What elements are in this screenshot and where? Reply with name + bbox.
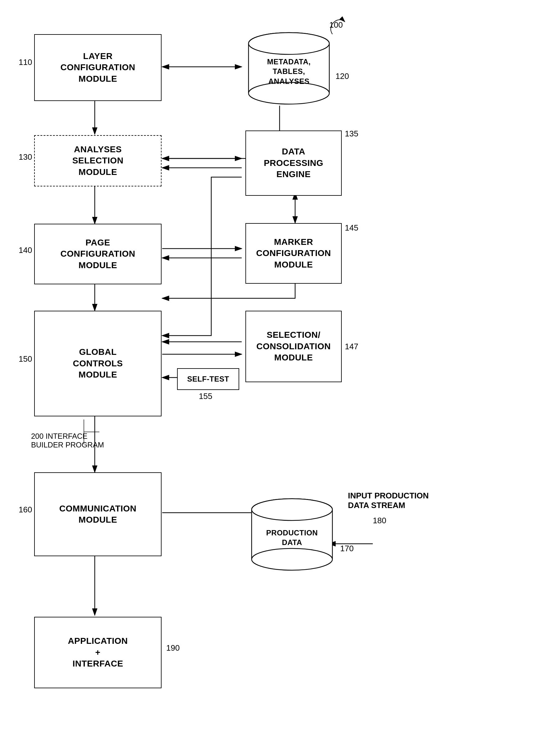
page-config-box: PAGECONFIGURATIONMODULE [34, 224, 162, 284]
svg-point-29 [252, 548, 332, 570]
ref-150: 150 [19, 354, 32, 364]
selection-consolidation-label: SELECTION/CONSOLIDATIONMODULE [256, 329, 330, 363]
data-processing-label: DATAPROCESSINGENGINE [264, 146, 323, 180]
marker-config-label: MARKERCONFIGURATIONMODULE [256, 236, 331, 270]
data-processing-box: DATAPROCESSINGENGINE [245, 130, 342, 196]
interface-builder-bracket [81, 416, 112, 447]
communication-box: COMMUNICATIONMODULE [34, 472, 162, 556]
analyses-selection-label: ANALYSESSELECTIONMODULE [72, 144, 124, 178]
global-controls-box: GLOBALCONTROLSMODULE [34, 311, 162, 416]
ref-145: 145 [345, 223, 358, 233]
analyses-selection-box: ANALYSESSELECTIONMODULE [34, 135, 162, 186]
diagram-container: 100 METADATA,TABLES,ANALYSES 120 LAYERCO… [0, 0, 557, 756]
ref-135: 135 [345, 129, 358, 139]
marker-config-box: MARKERCONFIGURATIONMODULE [245, 223, 342, 284]
ref-147: 147 [345, 342, 358, 351]
ref-155: 155 [199, 391, 212, 401]
metadata-label: METADATA,TABLES,ANALYSES [267, 57, 311, 86]
layer-config-box: LAYERCONFIGURATIONMODULE [34, 34, 162, 101]
page-config-label: PAGECONFIGURATIONMODULE [61, 237, 136, 271]
application-label: APPLICATION+INTERFACE [68, 635, 128, 669]
ref-140: 140 [19, 245, 32, 255]
ref-110: 110 [19, 57, 32, 67]
global-controls-label: GLOBALCONTROLSMODULE [73, 346, 123, 380]
self-test-label: SELF-TEST [187, 374, 229, 384]
metadata-cylinder: METADATA,TABLES,ANALYSES [245, 31, 332, 106]
ref-170: 170 [340, 544, 354, 553]
selection-consolidation-box: SELECTION/CONSOLIDATIONMODULE [245, 311, 342, 382]
application-box: APPLICATION+INTERFACE [34, 617, 162, 688]
layer-config-label: LAYERCONFIGURATIONMODULE [61, 51, 136, 85]
svg-point-30 [252, 499, 332, 521]
production-data-label: PRODUCTIONDATA [266, 528, 318, 547]
input-production-label: INPUT PRODUCTIONDATA STREAM [348, 491, 429, 510]
ref-180: 180 [373, 516, 386, 525]
communication-label: COMMUNICATIONMODULE [59, 503, 137, 526]
ref-120: 120 [335, 71, 349, 81]
ref-100-curl [314, 12, 351, 37]
ref-130: 130 [19, 152, 32, 162]
ref-190: 190 [166, 643, 180, 653]
production-data-cylinder: PRODUCTIONDATA [248, 497, 335, 572]
ref-160: 160 [19, 505, 32, 515]
self-test-box: SELF-TEST [177, 368, 239, 390]
